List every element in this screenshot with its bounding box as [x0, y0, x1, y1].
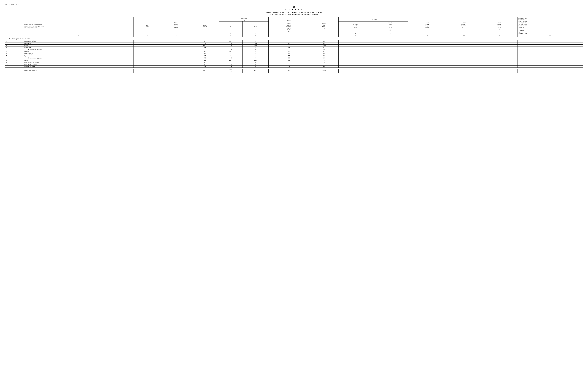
idx-8: 8 [310, 35, 338, 37]
idx-I: I [24, 35, 133, 37]
row-num [5, 57, 24, 59]
header-specific-weight: Удельный весстоимостиконстр.эл-таили вид… [518, 18, 583, 35]
col-num-6: 6 [242, 32, 269, 35]
row-num: 3. [5, 44, 24, 46]
row-name: Металлоконструкции [24, 49, 133, 51]
section-title-cell: I. Общестроительные работы [5, 37, 583, 40]
table-row: 3. Стены I367-"-224I25I7I6 [5, 44, 583, 46]
page-number: 16 [5, 6, 583, 8]
header-total: всегопогр.5,7,8 [310, 18, 338, 35]
table-row-subitem: Металлоконструкции I28,6III4 [5, 49, 583, 51]
total-empty [5, 69, 24, 73]
total-col5: I6,58,6 [219, 69, 242, 73]
row-name: Внутренняя отделка [24, 61, 133, 63]
row-col12 [446, 40, 482, 42]
header-base-salary: основ-нойзар-платы [338, 22, 373, 32]
idx-12: I2 [446, 35, 482, 37]
row-name: Наружная отделка [24, 63, 133, 65]
table-row-subitem: Металлоконструкции I7I8,6I5I520I [5, 57, 583, 59]
title-block: С В О Д К А объемов и стоимости работ по… [5, 9, 583, 16]
header-including: в том числе [338, 18, 408, 22]
header-overhead-pct: в накл.расхо-дах, %суммыпо гр.7 [408, 18, 446, 35]
row-num: II, [5, 65, 24, 67]
row-num: 8. [5, 59, 24, 61]
col-num-5: 5 [219, 32, 242, 35]
row-col6: 8 [242, 40, 269, 42]
title-main: С В О Д К А [5, 9, 583, 11]
table-row: 9. Внутренняя отделка 38-"-6347 [5, 61, 583, 63]
idx-14: I4 [518, 35, 583, 37]
idx-3: 3 [162, 35, 190, 37]
table-row: 7. Проемы I23-"-20I2I55 [5, 55, 583, 57]
header-row-1: Наименование конструктив-ных элементов и… [5, 18, 583, 22]
table-row: 4. Покрытие 448-"-7540563 [5, 46, 583, 49]
row-col8: 68 [310, 40, 338, 42]
idx-11: II [408, 35, 446, 37]
idx-6: 6 [242, 35, 269, 37]
header-machine-exp: экспл.машинв т.числезар-платы [373, 22, 408, 32]
total-row: Итого по разделу I 4297 I6,58,6 69I 392 … [5, 69, 583, 73]
idx-10: I0 [373, 35, 408, 37]
table-row: 6. Перегородки I53-"-27I5205 [5, 53, 583, 55]
row-col4: 56 [190, 40, 219, 42]
row-num: 9. [5, 61, 24, 63]
row-num: 5. [5, 51, 24, 53]
row-name: Полы [24, 59, 133, 61]
col-num-10: I0 [373, 32, 408, 35]
idx-5: 5 [219, 35, 242, 37]
row-col13 [482, 40, 518, 42]
idx-empty [5, 35, 24, 37]
table-row: 5. Кровля 250I6,542223I4 [5, 51, 583, 53]
header-total-data: всегопо дан-ным гр.10,1112,13 [482, 18, 518, 35]
row-name: Перегородки [24, 53, 133, 55]
row-col7: 4 [269, 40, 310, 42]
header-overhead-pct-col: % [219, 22, 242, 32]
header-col-indices: I 2 3 4 5 6 7 8 9 I0 II I2 I3 I4 [5, 35, 583, 37]
idx-9: 9 [338, 35, 373, 37]
row-num: I. [5, 40, 24, 42]
idx-7: 7 [269, 35, 310, 37]
section-title-row: I. Общестроительные работы [5, 37, 583, 40]
row-col14 [518, 40, 583, 42]
row-name: Металлоконструкции [24, 57, 133, 59]
idx-2: 2 [133, 35, 162, 37]
row-num: 6. [5, 53, 24, 55]
row-qty [162, 40, 190, 42]
total-label: Итого по разделу I [24, 69, 133, 73]
row-name: Земляные работы [24, 40, 133, 42]
row-num [5, 49, 24, 51]
header-planned: плано-вых на-копле-ний, %от стои-мостипо… [269, 18, 310, 35]
row-name: Покрытие [24, 46, 133, 49]
row-num: 2. [5, 42, 24, 44]
table-row: II, Разные работы 329-"-543I4I4 [5, 65, 583, 67]
row-col11 [408, 40, 446, 42]
header-qty: Коли-чествоединицизме-рен. [162, 18, 190, 35]
row-unit [133, 40, 162, 42]
table-row: 8. Полы 623I6,5I0359785 [5, 59, 583, 61]
row-name: Фундаменты [24, 42, 133, 44]
table-row: I0. Наружная отделка 3-"---3 [5, 63, 583, 65]
header-direct: прямыхзатрат [190, 18, 219, 35]
row-col5: I6,5 [219, 40, 242, 42]
row-col9 [338, 40, 373, 42]
spacer-row [5, 67, 583, 69]
row-num: 7. [5, 55, 24, 57]
header-col-name: Наименование конструктив-ных элементов и… [24, 18, 133, 35]
idx-4: 4 [190, 35, 219, 37]
table-row: I. Земляные работы 56 I6,5 8 4 68 [5, 40, 583, 42]
idx-13: I3 [482, 35, 518, 37]
title-sub: объемов и стоимости работ по ТП-2х160, Т… [5, 11, 583, 16]
row-name: Стены [24, 44, 133, 46]
doc-id: 407-3-480.13.87 [5, 4, 583, 6]
row-num: I0. [5, 63, 24, 65]
col-num-9: 9 [338, 32, 373, 35]
header-unit: Един.измер. [133, 18, 162, 35]
header-overhead: накладныхрасходов [219, 18, 269, 22]
table-row: 2. Фундаменты 7I4-"-II665895 [5, 42, 583, 44]
header-empty [5, 18, 24, 35]
header-overhead-sum-col: сумма [242, 22, 269, 32]
row-col10 [373, 40, 408, 42]
row-num: 4. [5, 46, 24, 49]
row-name: Разные работы [24, 65, 133, 67]
main-table: Наименование конструктив-ных элементов и… [5, 17, 583, 73]
